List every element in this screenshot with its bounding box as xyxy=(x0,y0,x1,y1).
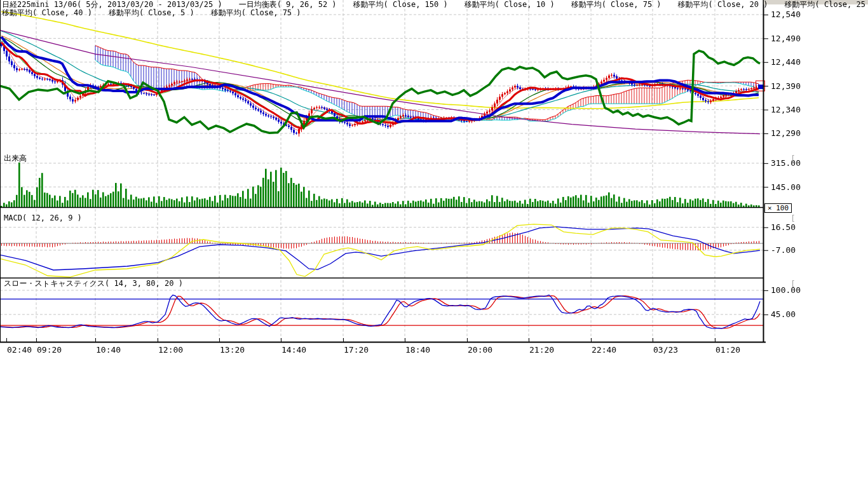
legend-ma75b: 移動平均( Close, 75 ) xyxy=(211,8,301,17)
chart-canvas[interactable] xyxy=(0,0,868,488)
legend-ma10: 移動平均( Close, 10 ) xyxy=(465,0,555,9)
legend-ma75: 移動平均( Close, 75 ) xyxy=(571,0,661,9)
volume-multiplier-badge: × 100 xyxy=(764,203,792,213)
pane-grip-icon[interactable]: [ xyxy=(790,280,796,288)
volume-panel-title: 出来高 xyxy=(4,153,27,164)
legend-ma5: 移動平均( Close, 5 ) xyxy=(109,8,194,17)
legend-ma150: 移動平均( Close, 150 ) xyxy=(353,0,448,9)
legend-symbol: 日経225mini 13/06( 5分, 2013/03/20 - 2013/0… xyxy=(2,0,222,9)
legend-ichimoku: 一目均衡表( 9, 26, 52 ) xyxy=(239,0,337,9)
pane-grip-icon[interactable]: [ xyxy=(790,215,796,222)
indicator-legend: 日経225mini 13/06( 5分, 2013/03/20 - 2013/0… xyxy=(2,1,868,17)
chart-application-window: 日経225mini 13/06( 5分, 2013/03/20 - 2013/0… xyxy=(0,0,868,488)
legend-ma25: 移動平均( Close, 25 ) xyxy=(785,0,868,9)
pane-grip-icon[interactable]: [ xyxy=(790,155,796,163)
legend-ma40: 移動平均( Close, 40 ) xyxy=(2,8,92,17)
stochastics-panel-title: スロー・ストキャスティクス( 14, 3, 80, 20 ) xyxy=(4,278,183,289)
macd-panel-title: MACD( 12, 26, 9 ) xyxy=(4,214,82,222)
legend-ma20: 移動平均( Close, 20 ) xyxy=(678,0,768,9)
